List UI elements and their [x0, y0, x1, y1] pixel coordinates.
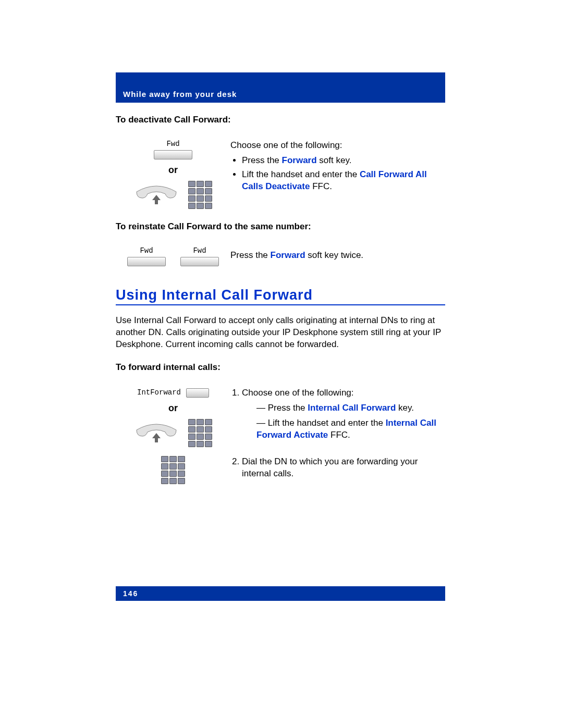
softkey-icon	[186, 388, 209, 398]
keypad-icon	[188, 419, 212, 447]
softkey-icon	[180, 257, 219, 266]
dash-list: Press the Internal Call Forward key. Lif…	[242, 402, 445, 441]
handset-icon	[134, 183, 179, 206]
softkey-group: Fwd	[127, 246, 166, 266]
section-heading: To deactivate Call Forward:	[116, 115, 445, 125]
section-heading: To forward internal calls:	[116, 362, 445, 373]
instruction-text: Press the Forward soft key twice.	[230, 246, 445, 262]
list-item: Press the Forward soft key.	[242, 155, 445, 167]
softkey-group: Fwd	[180, 246, 219, 266]
icon-column	[116, 456, 230, 484]
body-paragraph: Use Internal Call Forward to accept only…	[116, 315, 445, 351]
softkey-icon	[154, 150, 192, 159]
softkey-label: Fwd	[193, 246, 206, 255]
handset-icon	[134, 422, 179, 445]
document-page: While away from your desk To deactivate …	[0, 0, 563, 728]
list-item: Choose one of the following: Press the I…	[242, 387, 445, 441]
or-label: or	[116, 403, 230, 414]
page-number: 146	[123, 589, 138, 598]
section-heading: To reinstate Call Forward to the same nu…	[116, 221, 445, 232]
instruction-row: Fwd Fwd Press the Forward soft key twice…	[116, 246, 445, 266]
list-item: Dial the DN to which you are forwarding …	[242, 456, 445, 480]
softkey-label: IntForward	[137, 388, 181, 397]
softkey-group: Fwd	[116, 140, 230, 159]
icon-column: Fwd Fwd	[116, 246, 230, 266]
softkey-label: Fwd	[166, 140, 179, 148]
keypad-icon	[188, 181, 212, 209]
bullet-list: Press the Forward soft key. Lift the han…	[230, 155, 445, 193]
or-label: or	[116, 165, 230, 176]
intro-line: Choose one of the following:	[230, 140, 445, 152]
h2-underline	[116, 304, 445, 305]
instruction-row: IntForward or	[116, 387, 445, 451]
two-softkeys: Fwd Fwd	[116, 246, 230, 266]
handset-keypad-group	[116, 181, 230, 209]
instruction-text: Choose one of the following: Press the I…	[230, 387, 445, 451]
icon-column: IntForward or	[116, 387, 230, 447]
instruction-row: Fwd or	[116, 140, 445, 209]
instruction-text: Dial the DN to which you are forwarding …	[230, 456, 445, 489]
chapter-title: While away from your desk	[123, 90, 237, 98]
instruction-text: Choose one of the following: Press the F…	[230, 140, 445, 195]
instruction-row: Dial the DN to which you are forwarding …	[116, 456, 445, 489]
list-item: Lift the handset and enter the Call Forw…	[242, 169, 445, 193]
chapter-header: While away from your desk	[116, 72, 445, 103]
softkey-group: IntForward	[116, 387, 230, 398]
softkey-label: Fwd	[140, 246, 153, 255]
keypad-icon	[161, 456, 185, 484]
softkey-icon	[127, 257, 166, 266]
page-content: To deactivate Call Forward: Fwd or	[116, 115, 445, 501]
page-footer: 146	[116, 586, 445, 601]
numbered-list: Dial the DN to which you are forwarding …	[230, 456, 445, 480]
numbered-list: Choose one of the following: Press the I…	[230, 387, 445, 441]
section-h2: Using Internal Call Forward	[116, 287, 445, 303]
list-item: Lift the handset and enter the Internal …	[256, 417, 445, 441]
list-item: Press the Internal Call Forward key.	[256, 402, 445, 414]
handset-keypad-group	[116, 419, 230, 447]
icon-column: Fwd or	[116, 140, 230, 209]
